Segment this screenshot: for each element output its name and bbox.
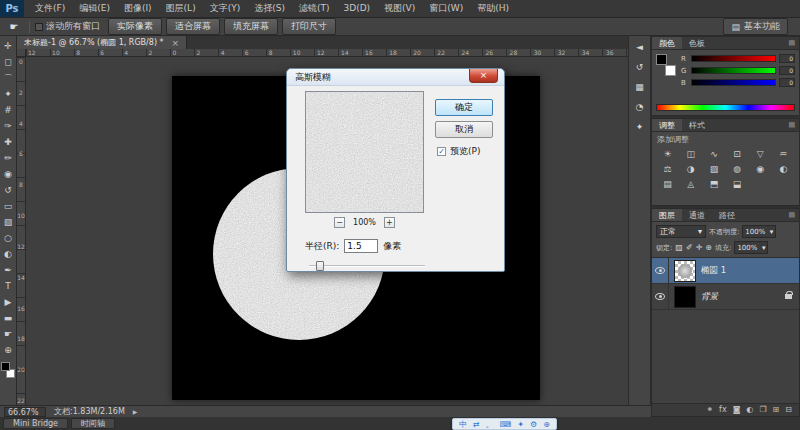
menu-item[interactable]: 窗口(W) <box>422 0 470 17</box>
menu-item[interactable]: 图像(I) <box>117 0 159 17</box>
adjustment-icon[interactable]: ▨ <box>702 162 725 177</box>
tool-button[interactable]: ↺ <box>0 182 17 198</box>
dialog-close-button[interactable]: × <box>469 69 498 83</box>
ime-icon[interactable]: 。 <box>486 419 494 430</box>
adjustment-icon[interactable]: ♒ <box>772 147 795 162</box>
menu-item[interactable]: 滤镜(T) <box>292 0 337 17</box>
tool-button[interactable]: ◐ <box>0 246 17 262</box>
tool-button[interactable]: ✚ <box>0 134 17 150</box>
menu-item[interactable]: 文件(F) <box>28 0 72 17</box>
zoom-level-input[interactable]: 66.67% <box>4 407 46 417</box>
zoom-preset-button[interactable]: 打印尺寸 <box>282 18 336 35</box>
adjustment-icon[interactable]: ▤ <box>656 177 679 192</box>
checkbox-box[interactable] <box>35 23 43 31</box>
tab-close-icon[interactable]: × <box>172 39 180 47</box>
lock-button-icon[interactable]: ✛ <box>696 243 703 252</box>
layers-footer-icon[interactable]: fx <box>719 404 727 416</box>
slider-gradient-bar[interactable] <box>691 67 776 74</box>
collapsed-panel-icon[interactable]: ◔ <box>636 102 644 112</box>
tab-layers[interactable]: 图层 <box>652 209 682 221</box>
ime-icon[interactable]: ⌨ <box>500 420 512 429</box>
opacity-select[interactable]: 100% ▾ <box>742 225 776 238</box>
blend-mode-select[interactable]: 正常 ▾ <box>656 225 706 238</box>
bottom-panel-tab[interactable]: Mini Bridge <box>3 418 68 429</box>
hand-tool-preset-icon[interactable]: ☛ <box>4 21 24 32</box>
visibility-cell[interactable] <box>652 258 669 283</box>
menu-item[interactable]: 3D(D) <box>336 0 377 17</box>
slider-gradient-bar[interactable] <box>691 79 776 86</box>
eye-icon[interactable] <box>655 293 665 300</box>
adjustment-icon[interactable]: ◍ <box>725 162 748 177</box>
menu-item[interactable]: 选择(S) <box>247 0 292 17</box>
collapsed-panel-icon[interactable]: ▦ <box>635 82 644 92</box>
radius-input[interactable] <box>344 239 378 253</box>
foreground-color-swatch[interactable] <box>656 54 667 65</box>
lock-button-icon[interactable]: ⊕ <box>705 243 712 252</box>
layers-footer-icon[interactable]: ◙ <box>733 404 741 416</box>
tool-button[interactable]: ✒ <box>0 262 17 278</box>
document-tab[interactable]: 未标题-1 @ 66.7% (椭圆 1, RGB/8) * × <box>17 36 187 49</box>
layers-footer-icon[interactable]: ❐ <box>759 404 766 416</box>
zoom-in-button[interactable]: + <box>384 217 395 228</box>
visibility-cell[interactable] <box>652 284 669 309</box>
adjustment-icon[interactable]: ⬒ <box>702 177 725 192</box>
tool-button[interactable]: ⌒ <box>0 70 17 86</box>
tab-channels[interactable]: 通道 <box>682 209 712 221</box>
menu-item[interactable]: 文字(Y) <box>203 0 248 17</box>
tool-button[interactable]: ▧ <box>0 214 17 230</box>
adjustment-icon[interactable]: ◉ <box>749 162 772 177</box>
layer-name[interactable]: 椭圆 1 <box>701 265 726 277</box>
adjustment-icon[interactable]: ◫ <box>679 147 702 162</box>
slider-track[interactable] <box>309 265 425 267</box>
tool-button[interactable]: ☛ <box>0 326 17 342</box>
tool-button[interactable]: ⊕ <box>0 342 17 358</box>
lock-button-icon[interactable]: ▨ <box>675 243 683 252</box>
lock-button-icon[interactable]: ✐ <box>686 243 693 252</box>
tool-button[interactable]: ✦ <box>0 86 17 102</box>
ok-button[interactable]: 确定 <box>435 99 493 116</box>
layers-footer-icon[interactable]: ⚭ <box>706 404 713 416</box>
slider-value[interactable]: 0 <box>779 54 795 63</box>
eye-icon[interactable] <box>655 267 665 274</box>
tool-button[interactable]: ✑ <box>0 118 17 134</box>
preview-checkbox[interactable]: ✓ 预览(P) <box>437 145 480 158</box>
layer-name[interactable]: 背景 <box>701 291 718 303</box>
scroll-all-windows-checkbox[interactable]: 滚动所有窗口 <box>35 20 100 33</box>
tool-button[interactable]: ✏ <box>0 150 17 166</box>
blur-preview-box[interactable] <box>305 91 424 213</box>
zoom-out-button[interactable]: − <box>334 217 345 228</box>
bottom-panel-tab[interactable]: 时间轴 <box>71 418 115 429</box>
panel-menu-icon[interactable]: ▤ <box>784 119 799 131</box>
checkbox-check-icon[interactable]: ✓ <box>437 147 446 156</box>
ime-icon[interactable]: ✦ <box>517 420 524 429</box>
foreground-color-swatch[interactable] <box>1 362 10 371</box>
layers-footer-icon[interactable]: ⊞ <box>773 404 780 416</box>
collapsed-panel-icon[interactable]: ✦ <box>636 122 644 132</box>
panel-menu-icon[interactable]: ▤ <box>784 209 799 221</box>
tool-button[interactable]: # <box>0 102 17 118</box>
horizontal-ruler[interactable]: 1210864202468101214161820222426283032343… <box>26 49 628 57</box>
status-options-arrow-icon[interactable]: ▶ <box>133 408 138 415</box>
menu-item[interactable]: 图层(L) <box>159 0 203 17</box>
workspace-switcher[interactable]: ▤ 基本功能 <box>723 18 788 35</box>
fill-select[interactable]: 100% ▾ <box>734 241 768 254</box>
menu-item[interactable]: 帮助(H) <box>470 0 516 17</box>
layer-thumbnail[interactable] <box>674 286 696 308</box>
ime-icon[interactable]: ⇄ <box>473 420 480 429</box>
tool-button[interactable]: ○ <box>0 230 17 246</box>
menu-item[interactable]: 编辑(E) <box>72 0 117 17</box>
layer-row-background[interactable]: 背景 <box>652 284 799 310</box>
tool-button[interactable]: ✛ <box>0 38 17 54</box>
tool-button[interactable]: ▭ <box>0 198 17 214</box>
vertical-ruler[interactable]: 0246810121416182022 <box>17 57 26 405</box>
tool-button[interactable]: ◉ <box>0 166 17 182</box>
adjustment-icon[interactable]: ▽ <box>749 147 772 162</box>
color-spectrum-bar[interactable] <box>656 104 795 111</box>
zoom-preset-button[interactable]: 实际像素 <box>108 18 162 35</box>
ime-icon[interactable]: ⚙ <box>530 420 537 429</box>
layer-row-ellipse-1[interactable]: 椭圆 1 <box>652 258 799 284</box>
slider-thumb[interactable] <box>316 261 324 271</box>
adjustment-icon[interactable]: ⬓ <box>725 177 748 192</box>
adjustment-icon[interactable]: ⊡ <box>725 147 748 162</box>
ime-icon[interactable]: 中 <box>459 419 467 430</box>
